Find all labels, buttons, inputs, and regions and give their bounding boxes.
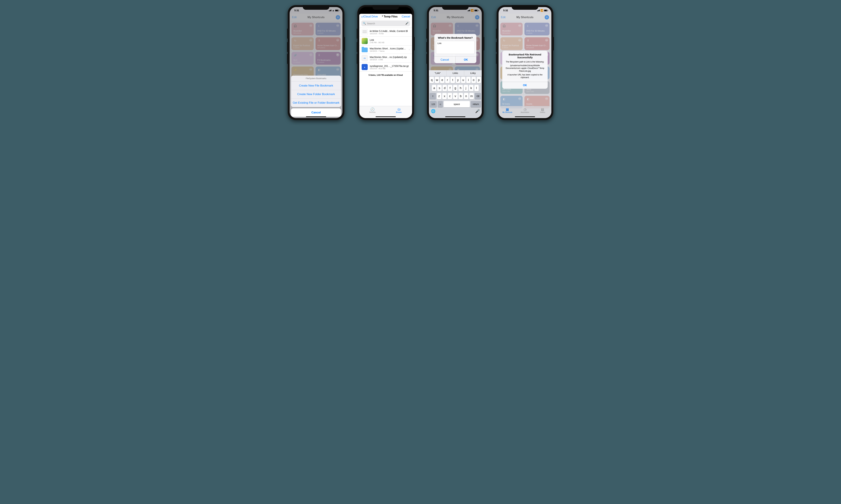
file-type-icon xyxy=(362,38,368,44)
file-meta: 10/22/19 - 46.8 MB xyxy=(370,68,410,70)
prediction[interactable]: Linky xyxy=(464,70,482,76)
file-row[interactable]: MacStories Short…Icons (Updated)10/18/19… xyxy=(359,46,412,54)
home-indicator[interactable] xyxy=(445,116,465,117)
sheet-header: FileSystem Bookmarks xyxy=(291,76,341,82)
key-p[interactable]: p xyxy=(477,77,481,83)
sheet-option-new-file[interactable]: Create New File Bookmark xyxy=(291,82,341,90)
file-row[interactable]: zipMacStories Shor…ns (Updated).zip10/18… xyxy=(359,54,412,63)
notch xyxy=(372,5,399,10)
result-alert: Bookmarked File Retrieved Successfully T… xyxy=(502,51,548,89)
numbers-key[interactable]: 123 xyxy=(430,101,437,107)
back-button[interactable]: iCloud Drive xyxy=(361,15,378,18)
key-g[interactable]: g xyxy=(453,85,458,91)
predictive-row: "Link" Links Linky xyxy=(429,70,482,76)
file-meta: 2:45 PM - 363 KB xyxy=(370,41,410,43)
home-indicator[interactable] xyxy=(376,116,396,117)
phone-1: 5:31 ▲ Edit My Shortcuts + 🎧•••MusicBot3… xyxy=(288,5,344,120)
phone-4: 5:32 📶 Edit My Shortcuts + 🎧•••MusicBot3… xyxy=(497,5,553,120)
file-type-icon xyxy=(362,29,368,35)
file-type-icon: zip xyxy=(362,55,368,61)
key-m[interactable]: m xyxy=(469,93,474,99)
tab-recents[interactable]: 🕘Recents xyxy=(359,106,386,114)
emoji-key[interactable]: ☺ xyxy=(437,101,443,107)
key-i[interactable]: i xyxy=(466,77,470,83)
clock-icon: 🕘 xyxy=(371,108,375,111)
key-q[interactable]: q xyxy=(430,77,434,83)
key-o[interactable]: o xyxy=(471,77,476,83)
file-name: MacStories Shor…ns (Updated).zip xyxy=(370,56,410,58)
keyboard[interactable]: "Link" Links Linky qwertyuiop asdfghjkl … xyxy=(429,70,482,118)
key-u[interactable]: u xyxy=(461,77,465,83)
file-type-icon xyxy=(362,48,368,52)
action-sheet: FileSystem Bookmarks Create New File Boo… xyxy=(291,76,341,117)
file-row[interactable]: Link2:45 PM - 363 KB xyxy=(359,37,412,46)
file-meta: 10/18/19 - 6 MB xyxy=(370,59,410,61)
key-s[interactable]: s xyxy=(437,85,442,91)
file-name: iA Writer 5.3 Add…Mode, Content Bl xyxy=(370,30,410,32)
cancel-button[interactable]: Cancel xyxy=(434,56,455,63)
sheet-option-existing[interactable]: Get Existing File or Folder Bookmark xyxy=(291,98,341,107)
prediction[interactable]: "Link" xyxy=(429,70,447,76)
text-prompt-dialog: What's the Bookmark Name? Link Cancel OK xyxy=(434,34,476,63)
alert-title: Bookmarked File Retrieved Successfully xyxy=(504,53,545,59)
phone-2: 5:31 📶 iCloud Drive * Temp Files Cancel … xyxy=(357,5,414,120)
file-name: Link xyxy=(370,39,410,41)
key-t[interactable]: t xyxy=(450,77,455,83)
alert-line: A launcher URL has been copied to the cl… xyxy=(505,73,545,79)
folder-title: * Temp Files xyxy=(382,15,397,18)
key-z[interactable]: z xyxy=(437,93,441,99)
key-x[interactable]: x xyxy=(442,93,447,99)
search-icon: 🔍 xyxy=(363,22,366,25)
ok-button[interactable]: OK xyxy=(502,82,548,89)
prediction[interactable]: Links xyxy=(447,70,464,76)
key-f[interactable]: f xyxy=(448,85,452,91)
home-indicator[interactable] xyxy=(306,116,326,117)
shift-key[interactable]: ⇧ xyxy=(430,93,436,99)
key-w[interactable]: w xyxy=(435,77,439,83)
key-b[interactable]: b xyxy=(459,93,463,99)
sheet-cancel-button[interactable]: Cancel xyxy=(291,108,341,117)
ok-button[interactable]: OK xyxy=(455,56,477,63)
key-l[interactable]: l xyxy=(474,85,479,91)
globe-icon[interactable]: 🌐 xyxy=(431,109,435,113)
notch xyxy=(512,5,538,10)
files-nav: iCloud Drive * Temp Files Cancel xyxy=(359,14,412,19)
mic-icon[interactable]: 🎤 xyxy=(405,22,409,25)
key-k[interactable]: k xyxy=(469,85,473,91)
key-j[interactable]: j xyxy=(464,85,468,91)
file-meta: 10/18/19 - 7 items xyxy=(370,50,407,52)
file-type-icon: ▲ xyxy=(362,64,368,70)
key-e[interactable]: e xyxy=(440,77,444,83)
folder-icon: 🗂 xyxy=(397,108,401,111)
key-h[interactable]: h xyxy=(458,85,463,91)
dictation-icon[interactable]: 🎤 xyxy=(475,109,480,113)
notch xyxy=(303,5,329,10)
key-r[interactable]: r xyxy=(445,77,450,83)
file-row[interactable]: ▲sysdiagnose_201…_17S5076a.tar.gz10/22/1… xyxy=(359,63,412,72)
key-c[interactable]: c xyxy=(448,93,452,99)
file-name: MacStories Short…Icons (Updated) xyxy=(370,47,407,50)
home-indicator[interactable] xyxy=(515,116,535,117)
backspace-key[interactable]: ⌫ xyxy=(475,93,481,99)
search-placeholder: Search xyxy=(367,22,375,25)
return-key[interactable]: return xyxy=(470,101,481,107)
key-a[interactable]: a xyxy=(432,85,436,91)
file-row[interactable]: iA Writer 5.3 Add…Mode, Content Bl10/22/… xyxy=(359,28,412,37)
file-name: sysdiagnose_201…_17S5076a.tar.gz xyxy=(370,65,410,67)
dialog-title: What's the Bookmark Name? xyxy=(437,36,474,39)
cancel-button[interactable]: Cancel xyxy=(402,15,410,18)
space-key[interactable]: space xyxy=(444,101,470,107)
key-v[interactable]: v xyxy=(453,93,458,99)
key-y[interactable]: y xyxy=(456,77,460,83)
sheet-option-new-folder[interactable]: Create New Folder Bookmark xyxy=(291,90,341,98)
alert-line: The filesystem path to Link is the follo… xyxy=(505,60,545,63)
alert-path: /private/var/mobile/Library/Mobile Docum… xyxy=(505,64,545,72)
storage-summary: 5 items, 1.63 TB available on iCloud xyxy=(359,72,412,79)
bookmark-name-input[interactable]: Link xyxy=(436,41,475,54)
search-field[interactable]: 🔍 Search 🎤 xyxy=(361,20,410,26)
file-list[interactable]: iA Writer 5.3 Add…Mode, Content Bl10/22/… xyxy=(359,28,412,72)
key-n[interactable]: n xyxy=(464,93,468,99)
notch xyxy=(442,5,469,10)
key-d[interactable]: d xyxy=(443,85,447,91)
tab-browse[interactable]: 🗂Browse xyxy=(386,106,412,114)
